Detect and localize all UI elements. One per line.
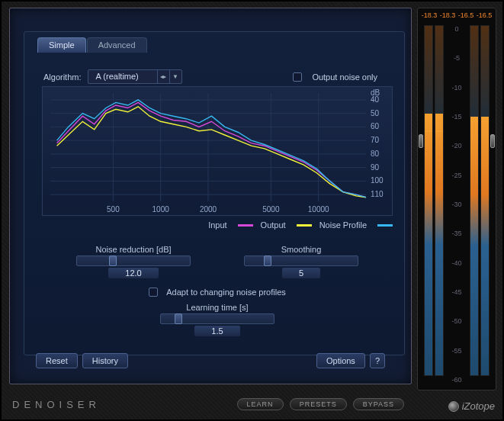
noise-reduction-label: Noise reduction [dB] [76, 245, 191, 254]
output-noise-only-label: Output noise only [312, 72, 377, 82]
svg-text:110: 110 [371, 190, 384, 198]
brand-text: iZotope [462, 400, 495, 412]
smoothing-label: Smoothing [244, 245, 358, 254]
scale-tick: -35 [445, 230, 468, 237]
scale-tick: -5 [445, 54, 468, 62]
peak-4: -16.5 [476, 11, 493, 19]
learning-time-control: Learning time [s] 1.5 [160, 303, 274, 336]
stepper-icon[interactable]: ◂▸ [157, 70, 169, 83]
peak-1: -18.3 [421, 11, 438, 19]
threshold-handle-left[interactable] [419, 134, 423, 148]
algorithm-value: A (realtime) [88, 70, 157, 83]
help-button[interactable]: ? [370, 353, 385, 368]
scale-tick: -50 [445, 317, 468, 325]
smoothing-value[interactable]: 5 [282, 268, 320, 278]
options-button[interactable]: Options [316, 353, 365, 368]
scale-tick: -20 [445, 142, 468, 149]
adapt-checkbox[interactable] [149, 288, 158, 297]
noise-reduction-control: Noise reduction [dB] 12.0 [76, 245, 191, 278]
input-meter [424, 25, 444, 376]
smoothing-control: Smoothing 5 [244, 245, 358, 278]
svg-text:5000: 5000 [262, 205, 280, 214]
tab-simple[interactable]: Simple [37, 37, 86, 53]
output-noise-only-checkbox[interactable] [293, 72, 302, 82]
learn-button[interactable]: LEARN [237, 398, 284, 410]
scale-tick: 0 [445, 25, 468, 33]
history-button[interactable]: History [82, 353, 128, 368]
learning-time-value[interactable]: 1.5 [194, 326, 239, 336]
svg-text:500: 500 [107, 205, 120, 214]
legend-noise-label: Noise Profile [319, 220, 367, 230]
output-meter [470, 25, 490, 376]
meter-panel: -18.3 -18.3 -16.5 -16.5 0-5-10-15-20-25-… [417, 8, 496, 390]
brand-logo: iZotope [448, 400, 495, 412]
svg-text:dB: dB [371, 88, 380, 97]
plugin-title: DENOISER [12, 399, 101, 410]
svg-text:1000: 1000 [152, 205, 170, 214]
spectrum-plot[interactable]: 405060708090100110dB50010002000500010000 [42, 86, 393, 216]
svg-text:50: 50 [371, 109, 380, 117]
brand-dot-icon [448, 401, 459, 412]
scale-tick: -10 [445, 84, 468, 92]
svg-text:90: 90 [371, 163, 380, 172]
main-panel: Simple Advanced Algorithm: A (realtime) … [9, 8, 412, 384]
scale-tick: -45 [445, 288, 468, 296]
scale-tick: -55 [445, 347, 468, 355]
svg-text:2000: 2000 [200, 205, 217, 214]
peak-2: -18.3 [439, 11, 456, 19]
smoothing-slider[interactable] [244, 255, 358, 266]
svg-text:100: 100 [371, 176, 384, 185]
svg-text:70: 70 [371, 136, 380, 144]
adapt-label: Adapt to changing noise profiles [166, 288, 286, 297]
chevron-down-icon[interactable]: ▼ [169, 70, 181, 83]
reset-button[interactable]: Reset [36, 353, 78, 368]
threshold-handle-right[interactable] [490, 134, 495, 148]
tab-advanced[interactable]: Advanced [87, 37, 147, 53]
legend: Input Output Noise Profile [42, 220, 393, 230]
presets-button[interactable]: PRESETS [290, 398, 347, 410]
scale-tick: -60 [445, 376, 468, 384]
learning-time-label: Learning time [s] [160, 303, 274, 312]
svg-text:60: 60 [371, 122, 380, 130]
scale-tick: -25 [445, 172, 468, 179]
peak-readouts: -18.3 -18.3 -16.5 -16.5 [421, 11, 493, 19]
noise-reduction-value[interactable]: 12.0 [108, 268, 158, 278]
learning-time-slider[interactable] [160, 313, 274, 324]
svg-text:10000: 10000 [308, 205, 329, 214]
bypass-button[interactable]: BYPASS [353, 398, 404, 410]
algorithm-label: Algorithm: [43, 72, 82, 82]
scale-tick: -30 [445, 201, 468, 208]
noise-reduction-slider[interactable] [76, 255, 191, 266]
legend-input-label: Input [208, 220, 226, 230]
peak-3: -16.5 [457, 11, 474, 19]
legend-output-label: Output [261, 220, 286, 230]
scale-tick: -15 [445, 113, 468, 121]
scale-tick: -40 [445, 259, 468, 267]
algorithm-dropdown[interactable]: A (realtime) ◂▸ ▼ [88, 69, 182, 84]
svg-text:80: 80 [371, 149, 380, 158]
